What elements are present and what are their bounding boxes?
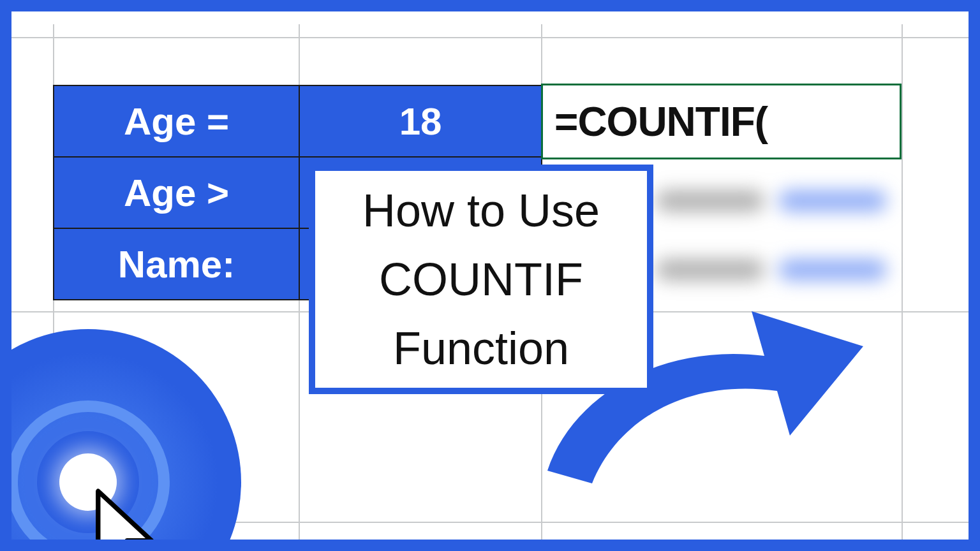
title-overlay: How to Use COUNTIF Function: [309, 165, 653, 394]
thumbnail-frame: Age = 18 Age > Name: =COUNTIF( How to Us…: [0, 0, 980, 551]
blurred-row-1: [656, 190, 887, 212]
title-line-3: Function: [393, 314, 569, 383]
value-age-equals: 18: [299, 85, 542, 157]
cursor-icon: [88, 487, 171, 551]
blurred-row-2: [656, 259, 887, 281]
title-line-1: How to Use: [362, 176, 600, 245]
formula-input-cell[interactable]: =COUNTIF(: [541, 84, 902, 159]
label-age-equals: Age =: [54, 85, 299, 157]
title-line-2: COUNTIF: [379, 245, 583, 314]
formula-text: =COUNTIF(: [554, 98, 768, 145]
label-name: Name:: [54, 228, 299, 300]
label-age-greater: Age >: [54, 157, 299, 228]
